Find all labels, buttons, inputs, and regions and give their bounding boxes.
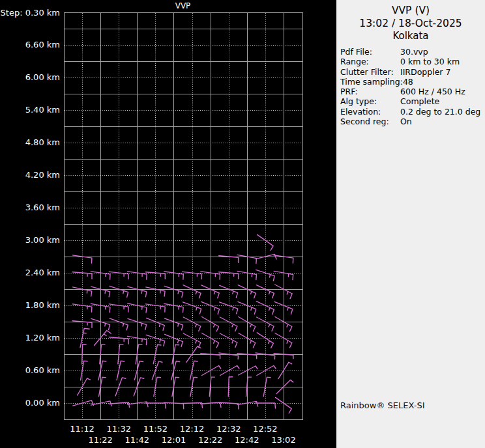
x-tick-label: 12:12 xyxy=(171,424,213,434)
wind-barb xyxy=(238,301,256,314)
wind-barb xyxy=(220,333,237,347)
panel-row-value: 48 xyxy=(403,77,413,87)
wind-barb xyxy=(128,402,149,407)
x-tick-label: 11:52 xyxy=(134,424,176,434)
panel-row-value: IIRDoppler 7 xyxy=(400,67,450,77)
wind-barb xyxy=(183,317,201,331)
wind-barb xyxy=(237,354,257,359)
panel-title: VVP (V) xyxy=(336,4,485,17)
y-tick-label: 2.40 km xyxy=(0,268,60,278)
x-tick-label: 12:32 xyxy=(208,424,250,434)
panel-parameter-list: Pdf File:30.vvpRange:0 km to 30 kmClutte… xyxy=(336,47,485,126)
wind-barb-plot xyxy=(64,12,303,420)
wind-barb xyxy=(256,301,274,315)
wind-barb xyxy=(183,302,201,314)
y-tick-label: 3.60 km xyxy=(0,203,60,213)
panel-row: Alg type:Complete xyxy=(340,96,485,106)
panel-row-label: Pdf File: xyxy=(340,47,400,57)
wind-barb xyxy=(73,400,94,406)
panel-row-value: On xyxy=(400,117,412,126)
y-tick-label: 3.00 km xyxy=(0,235,60,245)
info-panel: VVP (V) 13:02 / 18-Oct-2025 Kolkata Pdf … xyxy=(336,0,485,448)
wind-barb xyxy=(220,317,237,331)
wind-barb xyxy=(228,377,233,397)
wind-barb xyxy=(274,271,293,279)
wind-barb xyxy=(256,285,274,298)
y-tick-label: 0.60 km xyxy=(0,365,60,376)
panel-row-label: Second reg: xyxy=(340,117,400,126)
wind-barb xyxy=(257,333,273,348)
step-label: Step: 0.30 km xyxy=(0,8,60,18)
x-tick-label: 12:42 xyxy=(226,435,268,445)
wind-barb xyxy=(275,333,292,348)
x-tick-label: 12:22 xyxy=(190,435,231,445)
panel-row-value: 600 Hz / 450 Hz xyxy=(400,87,465,96)
wind-barb xyxy=(257,366,276,376)
panel-site: Kolkata xyxy=(336,30,485,42)
wind-barb xyxy=(201,354,220,359)
wind-barb xyxy=(237,255,257,263)
panel-row: Elevation:0.2 deg to 21.0 deg xyxy=(340,107,485,117)
panel-row-label: Elevation: xyxy=(340,107,400,117)
wind-barb xyxy=(201,272,220,279)
wind-barb xyxy=(220,285,238,298)
panel-row-label: Clutter Filter: xyxy=(340,67,400,77)
y-tick-label: 6.00 km xyxy=(0,72,60,83)
wind-barb xyxy=(274,301,293,314)
panel-row-value: 0.2 deg to 21.0 deg xyxy=(400,107,480,117)
wind-barb xyxy=(110,286,128,297)
wind-barb xyxy=(256,353,275,359)
x-tick-label: 11:42 xyxy=(116,435,158,445)
x-tick-label: 12:01 xyxy=(153,435,194,445)
wind-barb xyxy=(201,301,220,314)
y-tick-label: 1.80 km xyxy=(0,300,60,311)
wind-barb xyxy=(257,317,274,331)
wind-barb xyxy=(219,402,239,409)
wind-barb xyxy=(183,285,201,298)
x-tick-label: 11:22 xyxy=(80,435,121,445)
wind-barb xyxy=(274,354,293,359)
panel-row: Second reg:On xyxy=(340,117,485,126)
wind-barb xyxy=(202,333,219,348)
panel-row: Clutter Filter:IIRDoppler 7 xyxy=(340,67,485,77)
y-tick-label: 1.20 km xyxy=(0,333,60,343)
y-tick-label: 5.40 km xyxy=(0,105,60,115)
x-tick-label: 13:02 xyxy=(263,435,304,445)
wind-barb xyxy=(72,304,92,312)
wind-barb xyxy=(257,234,274,250)
wind-barb xyxy=(275,285,293,298)
panel-row: Pdf File:30.vvp xyxy=(340,47,485,57)
wind-barb xyxy=(220,302,238,314)
y-tick-label: 4.80 km xyxy=(0,137,60,148)
panel-row-value: Complete xyxy=(400,96,439,106)
wind-barb xyxy=(201,285,219,298)
panel-row-label: Time sampling: xyxy=(340,77,403,87)
wind-barb xyxy=(219,272,239,279)
panel-row: Time sampling:48 xyxy=(340,77,485,87)
x-tick-label: 11:32 xyxy=(98,424,140,434)
panel-datetime: 13:02 / 18-Oct-2025 xyxy=(336,17,485,30)
brand-footer: Rainbow® SELEX-SI xyxy=(340,400,425,410)
panel-row-label: Alg type: xyxy=(340,96,400,106)
panel-row: Range:0 km to 30 km xyxy=(340,57,485,66)
wind-barb xyxy=(202,317,219,331)
wind-barb xyxy=(275,317,292,331)
y-tick-label: 4.20 km xyxy=(0,170,60,180)
panel-row-label: PRF: xyxy=(340,87,400,96)
wind-barb xyxy=(183,272,202,279)
wind-barb xyxy=(146,304,166,312)
wind-barb xyxy=(276,397,292,413)
wind-barb xyxy=(183,333,201,347)
y-tick-label: 0.00 km xyxy=(0,398,60,408)
plot-title: VVP xyxy=(64,1,302,10)
vvp-application-screen: VVP Step: 0.30 km 6.60 km6.00 km5.40 km4… xyxy=(0,0,485,448)
panel-row-value: 0 km to 30 km xyxy=(400,57,460,66)
y-tick-label: 6.60 km xyxy=(0,40,60,50)
panel-row-value: 30.vvp xyxy=(400,47,428,57)
panel-row-label: Range: xyxy=(340,57,400,66)
x-tick-label: 12:52 xyxy=(244,424,286,434)
wind-barb xyxy=(239,333,256,348)
wind-barb xyxy=(239,317,256,331)
panel-row: PRF:600 Hz / 450 Hz xyxy=(340,87,485,96)
wind-barb xyxy=(109,304,128,312)
